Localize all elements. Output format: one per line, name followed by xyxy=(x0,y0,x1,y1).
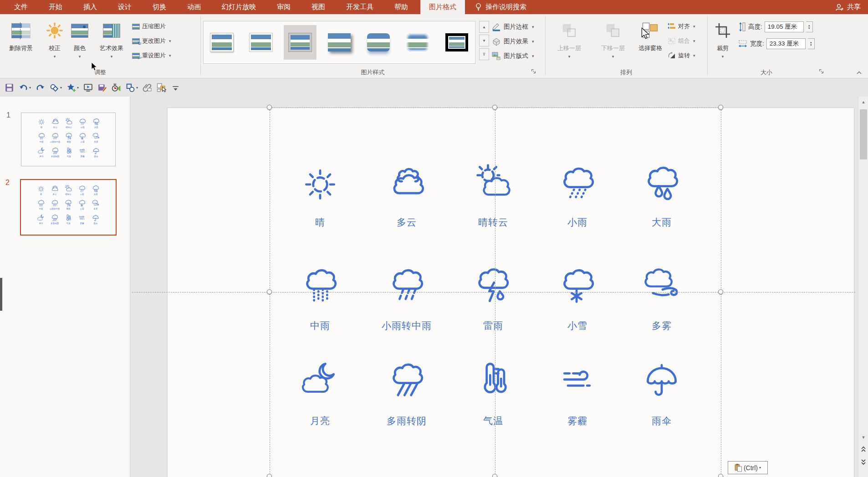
tell-me-search[interactable]: 操作说明搜索 xyxy=(475,0,526,14)
tab-开始[interactable]: 开始 xyxy=(40,0,71,14)
draw-shape-button[interactable]: ▾ xyxy=(49,81,63,94)
collapse-ribbon-button[interactable] xyxy=(854,68,863,77)
width-spinner[interactable]: ▲▼ xyxy=(808,38,815,49)
favorite-star-button[interactable]: ▾ xyxy=(66,81,80,94)
thumb-weather-label: 小雨 xyxy=(75,193,89,195)
share-button[interactable]: 共享 xyxy=(835,0,861,14)
corrections-button[interactable]: 校正 ▾ xyxy=(42,16,67,67)
customize-more-button[interactable] xyxy=(170,81,181,94)
rain-medium-icon xyxy=(299,264,341,306)
weather-item-rain-overcast xyxy=(382,359,432,400)
scroll-down-arrow[interactable]: ▼ xyxy=(860,433,867,442)
weather-item-sun xyxy=(295,162,345,204)
rotate-icon xyxy=(668,52,676,59)
selection-pane-button[interactable]: 选择窗格 xyxy=(635,16,666,67)
reset-picture-button[interactable]: ↩ 重设图片▾ xyxy=(132,50,171,61)
thumb-weather-label: 气温 xyxy=(61,222,75,225)
picture-styles-dialog-launcher[interactable] xyxy=(531,69,537,75)
tab-插入[interactable]: 插入 xyxy=(75,0,106,14)
change-picture-button[interactable]: ↻ 更改图片▾ xyxy=(132,36,171,46)
redo-button[interactable] xyxy=(35,81,46,94)
paste-options-button[interactable]: (Ctrl) ▾ xyxy=(728,461,768,474)
height-spinner[interactable]: ▲▼ xyxy=(806,21,813,32)
scroll-up-arrow[interactable]: ▲ xyxy=(860,97,867,107)
weather-item-snow-light xyxy=(552,264,602,306)
picture-styles-gallery xyxy=(203,21,475,64)
height-input[interactable]: 19.05 厘米 xyxy=(765,21,804,32)
start-slideshow-button[interactable] xyxy=(82,81,94,94)
vertical-scrollbar[interactable]: ▲ ▼ xyxy=(858,97,868,477)
scrollbar-thumb[interactable] xyxy=(860,109,867,159)
align-button[interactable]: 对齐▾ xyxy=(668,21,695,32)
weather-item-fog xyxy=(637,264,687,306)
tab-文件[interactable]: 文件 xyxy=(5,0,36,14)
picture-style-4[interactable] xyxy=(323,25,356,60)
tab-图片格式[interactable]: 图片格式 xyxy=(420,0,465,14)
thumb-clouds-icon xyxy=(51,185,59,193)
gallery-scroll-up[interactable]: ▲ xyxy=(479,21,489,33)
size-dialog-launcher[interactable] xyxy=(819,69,825,75)
select-objects-button[interactable] xyxy=(156,81,167,94)
tab-设计[interactable]: 设计 xyxy=(109,0,140,14)
picture-effects-button[interactable]: 图片效果▾ xyxy=(492,37,534,46)
thumb-weather-label: 气温 xyxy=(62,155,76,158)
bring-forward-icon xyxy=(561,20,578,41)
slide-thumbnail-1[interactable]: 晴多云晴转云小雨大雨中雨小雨转中雨雷雨小雪多雾月亮多雨转阴气温雾霾雨伞 xyxy=(21,113,116,166)
thumb-haze-icon xyxy=(78,147,87,155)
weather-item-rain-heavy xyxy=(637,162,687,204)
picture-style-3[interactable] xyxy=(284,25,317,60)
attachment-button[interactable] xyxy=(142,81,153,94)
tab-切换[interactable]: 切换 xyxy=(144,0,175,14)
thumb-umbrella-icon xyxy=(92,147,100,155)
picture-style-7[interactable] xyxy=(440,25,473,60)
gallery-scroll-down[interactable]: ▼ xyxy=(479,35,489,46)
save-button[interactable] xyxy=(4,81,15,94)
resize-handle-bottom-right[interactable] xyxy=(718,474,723,477)
undo-button[interactable]: ▾ xyxy=(18,81,32,94)
save-edit-button[interactable] xyxy=(97,81,108,94)
tab-幻灯片放映[interactable]: 幻灯片放映 xyxy=(213,0,265,14)
picture-style-6[interactable] xyxy=(401,25,434,60)
tab-开发工具[interactable]: 开发工具 xyxy=(337,0,382,14)
thumb-moon-icon xyxy=(37,147,46,155)
resize-handle-middle-right[interactable] xyxy=(718,289,723,294)
resize-handle-top-left[interactable] xyxy=(267,105,272,110)
panel-scrollbar-thumb[interactable] xyxy=(0,278,2,311)
slide-thumbnail-2[interactable]: 晴多云晴转云小雨大雨中雨小雨转中雨雷雨小雪多雾月亮多雨转阴气温雾霾雨伞 xyxy=(20,179,117,236)
next-slide-button[interactable] xyxy=(860,457,867,467)
bring-forward-button[interactable]: 上移一层 ▾ xyxy=(548,16,590,67)
remove-background-button[interactable]: 删除背景 xyxy=(2,16,40,67)
picture-style-5[interactable] xyxy=(362,25,395,60)
picture-border-button[interactable]: 图片边框▾ xyxy=(492,22,534,31)
width-input[interactable]: 23.33 厘米 xyxy=(766,38,806,49)
gallery-more-button[interactable]: ⊽ xyxy=(479,48,489,60)
resize-handle-top-center[interactable] xyxy=(492,105,497,110)
rotate-button[interactable]: 旋转▾ xyxy=(668,50,695,61)
rehearse-timings-button[interactable] xyxy=(111,81,122,94)
resize-handle-bottom-left[interactable] xyxy=(267,474,272,477)
picture-layout-button[interactable]: 图片版式▾ xyxy=(492,51,534,61)
dropdown-arrow: ▾ xyxy=(136,86,138,90)
crop-button[interactable]: 裁剪 ▾ xyxy=(710,16,735,67)
thumb-rain-heavy-icon xyxy=(92,118,100,126)
group-button[interactable]: 组合▾ xyxy=(668,36,695,46)
tab-视图[interactable]: 视图 xyxy=(303,0,334,14)
shapes-button[interactable]: ▾ xyxy=(125,81,139,94)
previous-slide-button[interactable] xyxy=(860,445,867,454)
compress-picture-button[interactable]: 压缩图片 xyxy=(132,21,166,32)
weather-label: 雨伞 xyxy=(628,415,696,427)
width-icon xyxy=(739,40,748,48)
tab-动画[interactable]: 动画 xyxy=(179,0,209,14)
artistic-effects-button[interactable]: 艺术效果 ▾ xyxy=(92,16,131,67)
tab-审阅[interactable]: 审阅 xyxy=(268,0,299,14)
resize-handle-middle-left[interactable] xyxy=(267,289,272,294)
picture-style-2[interactable] xyxy=(245,25,277,60)
send-backward-button[interactable]: 下移一层 ▾ xyxy=(592,16,634,67)
color-button[interactable]: 颜色 ▾ xyxy=(68,16,91,67)
weather-label: 晴 xyxy=(286,216,354,229)
resize-handle-top-right[interactable] xyxy=(718,105,723,110)
dropdown-arrow: ▾ xyxy=(759,466,761,470)
picture-style-1[interactable] xyxy=(205,25,238,60)
tab-帮助[interactable]: 帮助 xyxy=(386,0,417,14)
resize-handle-bottom-center[interactable] xyxy=(492,474,497,477)
